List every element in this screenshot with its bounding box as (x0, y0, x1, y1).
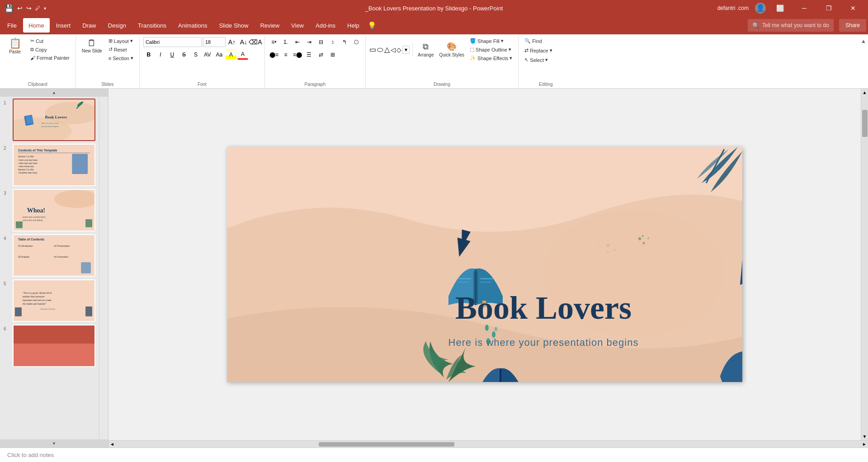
layout-button[interactable]: ⊞ Layout ▾ (106, 37, 136, 45)
slide-canvas[interactable]: Book Lovers Here is where your presentat… (227, 147, 742, 382)
close-icon[interactable]: ✕ (843, 0, 863, 16)
slide-item-3[interactable]: 3 Whoa! some text content here and more … (4, 189, 95, 231)
slide-item-4[interactable]: 4 Table of Contents 01 Introduction 02 P… (4, 234, 95, 277)
find-button[interactable]: 🔍 Find (522, 37, 544, 45)
hscroll-right-arrow[interactable]: ► (861, 440, 868, 448)
bold-button[interactable]: B (143, 50, 154, 60)
paste-button[interactable]: 📋 Paste (4, 37, 26, 56)
paragraph-label: Paragraph (269, 81, 362, 88)
convert-to-smartart-button[interactable]: ⊞ (327, 50, 338, 60)
slide-panel: ▲ 1 (0, 89, 108, 448)
shape-fill-button[interactable]: 🪣 Shape Fill ▾ (467, 37, 514, 45)
save-icon[interactable]: 💾 (5, 4, 14, 13)
format-painter-button[interactable]: 🖌 Format Painter (28, 54, 72, 61)
menu-help[interactable]: Help (342, 18, 365, 33)
shapes-more-button[interactable]: ▾ (402, 46, 410, 54)
hscrollbar-thumb[interactable] (319, 442, 454, 447)
menu-addins[interactable]: Add-ins (310, 18, 341, 33)
hscroll-left-arrow[interactable]: ◄ (108, 440, 116, 448)
slide-item-6[interactable]: 6 (4, 325, 95, 367)
slide-item-5[interactable]: 5 "This is a quote. Words full of wisdom… (4, 279, 95, 322)
select-button[interactable]: ↖ Select ▾ (522, 56, 550, 64)
collapse-ribbon-button[interactable]: ▲ (859, 36, 868, 88)
shape-oval-icon[interactable]: ⬭ (377, 46, 383, 54)
undo-icon[interactable]: ↩ (17, 5, 23, 12)
smartart-button[interactable]: ⬡ (351, 37, 362, 47)
char-spacing-button[interactable]: AV (202, 50, 213, 60)
slide-item-1[interactable]: 1 Book Lovers (4, 99, 95, 141)
search-box[interactable]: 🔍 Tell me what you want to do (748, 19, 834, 32)
shape-effects-button[interactable]: ✨ Shape Effects ▾ (467, 54, 514, 62)
customize-icon[interactable]: 🖊 (35, 5, 40, 11)
arrange-button[interactable]: ⧉ Arrange (415, 41, 436, 59)
menu-view[interactable]: View (286, 18, 309, 33)
menu-animations[interactable]: Animations (173, 18, 212, 33)
notes-bar[interactable]: Click to add notes (0, 448, 868, 462)
font-name-input[interactable] (143, 37, 202, 47)
dropdown-icon[interactable]: ▾ (44, 6, 46, 11)
increase-indent-button[interactable]: ⇥ (304, 37, 315, 47)
text-highlight-button[interactable]: A (226, 50, 236, 60)
bullets-button[interactable]: ≡• (269, 37, 279, 47)
horizontal-scrollbar[interactable]: ◄ ► (108, 440, 868, 448)
cut-button[interactable]: ✂ Cut (28, 37, 72, 45)
maximize-icon[interactable]: ❐ (818, 0, 839, 16)
menu-slideshow[interactable]: Slide Show (213, 18, 254, 33)
user-avatar[interactable]: 👤 (755, 3, 766, 14)
redo-icon[interactable]: ↪ (26, 5, 32, 12)
menu-transitions[interactable]: Transitions (132, 18, 172, 33)
decrease-indent-button[interactable]: ⇤ (292, 37, 303, 47)
shadow-button[interactable]: S (190, 50, 201, 60)
font-color-button[interactable]: A (237, 50, 248, 60)
shape-triangle-icon[interactable]: △ (384, 45, 390, 54)
quick-styles-button[interactable]: 🎨 Quick Styles (437, 40, 467, 59)
svg-text:• Item two text here: • Item two text here (18, 162, 38, 165)
shape-rect-icon[interactable]: ▭ (369, 45, 376, 54)
menu-design[interactable]: Design (103, 18, 132, 33)
scroll-down-arrow[interactable]: ▼ (861, 433, 868, 440)
menu-review[interactable]: Review (255, 18, 285, 33)
svg-rect-19 (72, 154, 88, 174)
slide-display-area[interactable]: Book Lovers Here is where your presentat… (108, 89, 861, 440)
replace-button[interactable]: ⇄ Replace ▾ (522, 47, 554, 54)
decrease-font-button[interactable]: A↓ (238, 37, 249, 47)
font-size-input[interactable] (203, 37, 226, 47)
text-direction-button[interactable]: ⇄ (316, 50, 326, 60)
vertical-scrollbar[interactable]: ▲ ▼ (861, 89, 868, 440)
restore-down-icon[interactable]: ⬜ (769, 0, 790, 16)
align-left-button[interactable]: ⬤≡ (269, 50, 279, 60)
section-button[interactable]: ≡ Section ▾ (106, 54, 136, 62)
copy-button[interactable]: ⧉ Copy (28, 46, 72, 53)
line-spacing-button[interactable]: ↕ (327, 37, 338, 47)
menu-file[interactable]: File (2, 18, 22, 33)
align-center-button[interactable]: ≡ (280, 50, 291, 60)
reset-button[interactable]: ↺ Reset (106, 46, 136, 53)
italic-button[interactable]: I (155, 50, 166, 60)
shape-rtriangle-icon[interactable]: ◁ (391, 46, 396, 53)
direction-button[interactable]: ↰ (339, 37, 350, 47)
new-slide-button[interactable]: 🗒 New Slide (80, 37, 104, 55)
slide-item-2[interactable]: 2 Contents of This Template Section 1 is… (4, 144, 95, 186)
underline-button[interactable]: U (167, 50, 178, 60)
menu-home[interactable]: Home (23, 18, 50, 33)
minimize-icon[interactable]: ─ (794, 0, 815, 16)
scroll-up-button[interactable]: ▲ (0, 89, 108, 97)
strikethrough-button[interactable]: S (179, 50, 189, 60)
justify-button[interactable]: ☰ (304, 50, 315, 60)
increase-font-button[interactable]: A↑ (226, 37, 237, 47)
svg-rect-26 (85, 219, 92, 227)
scroll-up-arrow[interactable]: ▲ (861, 89, 868, 96)
align-right-button[interactable]: ≡⬤ (292, 50, 303, 60)
shape-diamond-icon[interactable]: ◇ (396, 46, 401, 53)
columns-button[interactable]: ⊟ (316, 37, 326, 47)
clear-format-button[interactable]: ⌫A (250, 37, 261, 47)
svg-text:Book Lovers: Book Lovers (455, 290, 632, 326)
scroll-down-button[interactable]: ▼ (0, 439, 108, 448)
menu-insert[interactable]: Insert (51, 18, 76, 33)
menu-draw[interactable]: Draw (77, 18, 101, 33)
share-button[interactable]: Share (839, 19, 866, 32)
scrollbar-thumb[interactable] (862, 110, 868, 137)
shape-outline-button[interactable]: ⬚ Shape Outline ▾ (467, 46, 514, 53)
numbering-button[interactable]: 1. (280, 37, 291, 47)
change-case-button[interactable]: Aa (214, 50, 225, 60)
